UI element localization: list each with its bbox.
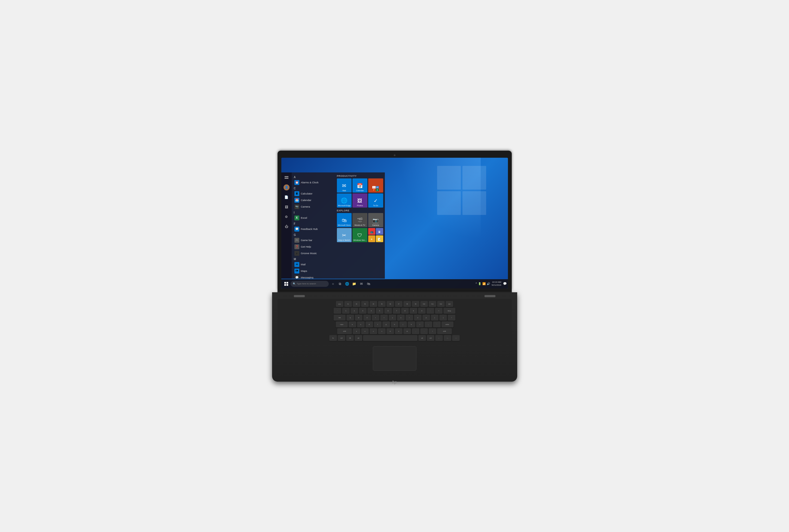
key-u[interactable]: u: [397, 315, 405, 321]
tray-chevron-icon[interactable]: ^: [476, 282, 477, 285]
tile-mail[interactable]: ✉ Mail: [337, 178, 352, 193]
desktop-background[interactable]: 👤 📄 🖼 ⚙ ⏻ A ⏰ Alarms & Clock: [281, 158, 508, 288]
touchpad[interactable]: [373, 346, 417, 371]
key-i[interactable]: i: [406, 315, 413, 321]
key-1[interactable]: 1: [342, 308, 350, 314]
app-item-maps[interactable]: 🗺 Maps: [293, 268, 334, 274]
user-avatar[interactable]: 👤: [284, 185, 289, 190]
key-arrow-left[interactable]: ←: [435, 335, 443, 341]
key-t[interactable]: t: [380, 315, 388, 321]
app-item-messaging[interactable]: 💬 Messaging: [293, 274, 334, 279]
key-7[interactable]: 7: [393, 308, 400, 314]
tile-snip[interactable]: ✂ Snip & Sketch: [337, 228, 352, 242]
key-s[interactable]: s: [357, 321, 365, 327]
taskbar-task-view-icon[interactable]: ⧉: [338, 281, 343, 287]
key-quote[interactable]: ': [433, 321, 441, 327]
key-caps[interactable]: caps: [336, 321, 348, 327]
key-enter[interactable]: enter: [442, 321, 454, 327]
key-d[interactable]: d: [365, 321, 373, 327]
key-j[interactable]: j: [399, 321, 407, 327]
key-g[interactable]: g: [382, 321, 390, 327]
taskbar-edge-icon[interactable]: 🌐: [345, 281, 350, 287]
taskbar-cortana-icon[interactable]: ○: [330, 281, 336, 287]
tile-windows-security[interactable]: 🛡 Windows Sec...: [352, 228, 367, 242]
key-e[interactable]: e: [363, 315, 371, 321]
settings-icon[interactable]: ⚙: [284, 214, 289, 220]
key-minus[interactable]: -: [426, 308, 434, 314]
key-6[interactable]: 6: [384, 308, 392, 314]
search-bar[interactable]: 🔍 Type here to search: [291, 281, 329, 287]
key-5[interactable]: 5: [376, 308, 383, 314]
tile-todo[interactable]: ✓ To Do: [368, 193, 383, 208]
key-a[interactable]: a: [349, 321, 356, 327]
key-f11[interactable]: f11: [429, 301, 436, 307]
tile-movies[interactable]: 🎬 Movies & TV: [352, 213, 367, 227]
key-b[interactable]: b: [386, 328, 394, 334]
key-arrow-updown[interactable]: ↑↓: [444, 335, 451, 341]
tile-calendar[interactable]: 📅 Calendar: [352, 178, 367, 193]
key-f7[interactable]: f7: [395, 301, 403, 307]
key-arrow-right[interactable]: →: [452, 335, 460, 341]
key-q[interactable]: q: [346, 315, 354, 321]
key-esc[interactable]: esc: [336, 301, 343, 307]
app-item-calculator[interactable]: 🖩 Calculator: [293, 190, 334, 197]
key-backtick[interactable]: `: [334, 308, 341, 314]
tile-sun[interactable]: ☀: [368, 235, 375, 242]
key-w[interactable]: w: [355, 315, 363, 321]
key-f10[interactable]: f10: [420, 301, 428, 307]
pictures-icon[interactable]: 🖼: [284, 204, 289, 210]
documents-icon[interactable]: 📄: [284, 194, 289, 200]
key-backslash[interactable]: \: [448, 315, 455, 321]
app-item-gamebar[interactable]: 🎮 Game bar: [293, 237, 334, 244]
key-f2[interactable]: f2: [353, 301, 360, 307]
key-backspace[interactable]: bksp: [443, 308, 455, 314]
key-equals[interactable]: =: [435, 308, 443, 314]
app-item-alarms[interactable]: ⏰ Alarms & Clock: [293, 179, 334, 186]
key-comma[interactable]: ,: [412, 328, 419, 334]
key-fn[interactable]: fn: [329, 335, 337, 341]
key-f12[interactable]: f12: [437, 301, 445, 307]
key-f5[interactable]: f5: [378, 301, 386, 307]
key-3[interactable]: 3: [359, 308, 367, 314]
key-f1[interactable]: f1: [344, 301, 352, 307]
app-item-mail[interactable]: ✉ Mail: [293, 261, 334, 268]
key-space[interactable]: [363, 335, 418, 341]
key-f6[interactable]: f6: [386, 301, 394, 307]
key-semicolon[interactable]: ;: [425, 321, 432, 327]
key-0[interactable]: 0: [418, 308, 426, 314]
key-f4[interactable]: f4: [370, 301, 377, 307]
key-lbracket[interactable]: [: [431, 315, 439, 321]
clock[interactable]: 10:10 AM 5/21/2019: [492, 281, 501, 287]
tray-volume-icon[interactable]: 🔊: [487, 282, 490, 285]
power-icon[interactable]: ⏻: [284, 224, 289, 230]
key-n[interactable]: n: [395, 328, 403, 334]
key-h[interactable]: h: [391, 321, 399, 327]
taskbar-store-icon[interactable]: 🛍: [366, 281, 371, 287]
key-8[interactable]: 8: [401, 308, 409, 314]
key-r[interactable]: r: [372, 315, 379, 321]
key-y[interactable]: y: [389, 315, 396, 321]
app-item-gethelp[interactable]: ❓ Get Help: [293, 244, 334, 250]
key-f9[interactable]: f9: [412, 301, 419, 307]
key-x[interactable]: x: [361, 328, 369, 334]
key-rbracket[interactable]: ]: [439, 315, 447, 321]
key-tab[interactable]: tab: [334, 315, 346, 321]
key-l[interactable]: l: [416, 321, 424, 327]
key-shift-right[interactable]: shift: [437, 328, 452, 334]
key-alt-left[interactable]: alt: [354, 335, 362, 341]
taskbar-mail-icon[interactable]: ✉: [359, 281, 364, 287]
key-p[interactable]: p: [422, 315, 430, 321]
key-f3[interactable]: f3: [361, 301, 369, 307]
key-o[interactable]: o: [414, 315, 422, 321]
tile-calc-blue[interactable]: 🖩: [376, 228, 383, 235]
key-2[interactable]: 2: [350, 308, 358, 314]
tile-store[interactable]: 🛍 Microsoft Store: [337, 213, 352, 227]
key-z[interactable]: z: [353, 328, 360, 334]
key-del[interactable]: del: [446, 301, 453, 307]
key-4[interactable]: 4: [367, 308, 375, 314]
tile-sticky[interactable]: 📝: [376, 235, 383, 242]
key-shift-left[interactable]: shift: [337, 328, 352, 334]
key-ctrl-right[interactable]: ctrl: [427, 335, 435, 341]
tile-camera[interactable]: 📷 Camera: [368, 213, 383, 227]
start-button[interactable]: [283, 280, 290, 288]
